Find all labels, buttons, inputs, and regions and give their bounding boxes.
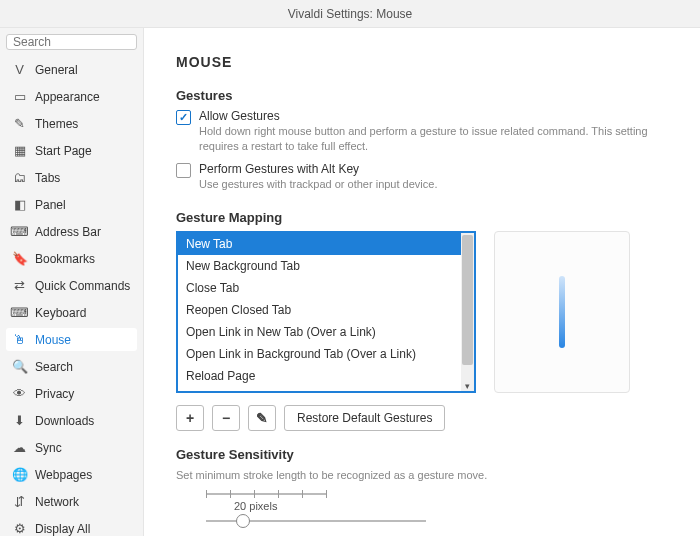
mapping-heading: Gesture Mapping xyxy=(176,210,668,225)
sensitivity-heading: Gesture Sensitivity xyxy=(176,447,668,462)
sidebar-item-mouse[interactable]: 🖱Mouse xyxy=(6,328,137,351)
search-icon: 🔍 xyxy=(12,359,27,374)
sidebar-item-label: Network xyxy=(35,495,79,509)
window-title: Vivaldi Settings: Mouse xyxy=(0,0,700,28)
general-icon: V xyxy=(12,62,27,77)
sidebar-item-privacy[interactable]: 👁Privacy xyxy=(6,382,137,405)
settings-nav: VGeneral▭Appearance✎Themes▦Start Page🗂Ta… xyxy=(6,58,137,536)
appearance-icon: ▭ xyxy=(12,89,27,104)
mouse-icon: 🖱 xyxy=(12,332,27,347)
alt-gestures-hint: Use gestures with trackpad or other inpu… xyxy=(199,177,437,192)
search-input[interactable] xyxy=(6,34,137,50)
sidebar-item-label: Address Bar xyxy=(35,225,101,239)
sidebar-item-label: Start Page xyxy=(35,144,92,158)
sidebar-item-general[interactable]: VGeneral xyxy=(6,58,137,81)
sidebar-item-display-all[interactable]: ⚙Display All xyxy=(6,517,137,536)
mapping-item[interactable]: Close Tab xyxy=(178,277,474,299)
gesture-mapping-list[interactable]: New TabNew Background TabClose TabReopen… xyxy=(176,231,476,393)
sidebar: VGeneral▭Appearance✎Themes▦Start Page🗂Ta… xyxy=(0,28,144,536)
quick-commands-icon: ⇄ xyxy=(12,278,27,293)
sidebar-item-label: Panel xyxy=(35,198,66,212)
sidebar-item-sync[interactable]: ☁Sync xyxy=(6,436,137,459)
sidebar-item-label: Webpages xyxy=(35,468,92,482)
sidebar-item-label: Display All xyxy=(35,522,90,536)
edit-gesture-button[interactable]: ✎ xyxy=(248,405,276,431)
gesture-stroke-icon xyxy=(559,276,565,348)
sidebar-item-label: Privacy xyxy=(35,387,74,401)
sync-icon: ☁ xyxy=(12,440,27,455)
allow-gestures-checkbox[interactable]: ✓ xyxy=(176,110,191,125)
sidebar-item-appearance[interactable]: ▭Appearance xyxy=(6,85,137,108)
sidebar-item-label: Appearance xyxy=(35,90,100,104)
gestures-heading: Gestures xyxy=(176,88,668,103)
sidebar-item-network[interactable]: ⇵Network xyxy=(6,490,137,513)
page-heading: MOUSE xyxy=(176,54,668,70)
slider-thumb[interactable] xyxy=(236,514,250,528)
webpages-icon: 🌐 xyxy=(12,467,27,482)
scroll-down-icon[interactable]: ▾ xyxy=(461,381,474,391)
bookmarks-icon: 🔖 xyxy=(12,251,27,266)
main-panel: MOUSE Gestures ✓ Allow Gestures Hold dow… xyxy=(144,28,700,536)
sidebar-item-downloads[interactable]: ⬇Downloads xyxy=(6,409,137,432)
remove-gesture-button[interactable]: − xyxy=(212,405,240,431)
privacy-icon: 👁 xyxy=(12,386,27,401)
downloads-icon: ⬇ xyxy=(12,413,27,428)
sidebar-item-tabs[interactable]: 🗂Tabs xyxy=(6,166,137,189)
mapping-item[interactable]: New Background Tab xyxy=(178,255,474,277)
add-gesture-button[interactable]: + xyxy=(176,405,204,431)
sidebar-item-label: Themes xyxy=(35,117,78,131)
display-all-icon: ⚙ xyxy=(12,521,27,536)
sidebar-item-themes[interactable]: ✎Themes xyxy=(6,112,137,135)
gesture-preview xyxy=(494,231,630,393)
panel-icon: ◧ xyxy=(12,197,27,212)
tabs-icon: 🗂 xyxy=(12,170,27,185)
mapping-item[interactable]: Open Link in New Tab (Over a Link) xyxy=(178,321,474,343)
sidebar-item-label: Mouse xyxy=(35,333,71,347)
allow-gestures-label: Allow Gestures xyxy=(199,109,668,123)
sidebar-item-keyboard[interactable]: ⌨Keyboard xyxy=(6,301,137,324)
mapping-item[interactable]: History Back xyxy=(178,387,474,393)
allow-gestures-hint: Hold down right mouse button and perform… xyxy=(199,124,668,154)
sidebar-item-label: Quick Commands xyxy=(35,279,130,293)
restore-gestures-button[interactable]: Restore Default Gestures xyxy=(284,405,445,431)
keyboard-icon: ⌨ xyxy=(12,305,27,320)
sensitivity-value: 20 pixels xyxy=(234,500,668,512)
sidebar-item-panel[interactable]: ◧Panel xyxy=(6,193,137,216)
mapping-item[interactable]: Reopen Closed Tab xyxy=(178,299,474,321)
sidebar-item-label: Tabs xyxy=(35,171,60,185)
sensitivity-hint: Set minimum stroke length to be recogniz… xyxy=(176,468,668,483)
slider-ticks xyxy=(206,490,326,498)
scrollbar[interactable]: ▴ ▾ xyxy=(461,233,474,391)
sidebar-item-bookmarks[interactable]: 🔖Bookmarks xyxy=(6,247,137,270)
sidebar-item-label: Downloads xyxy=(35,414,94,428)
start-page-icon: ▦ xyxy=(12,143,27,158)
sidebar-item-search[interactable]: 🔍Search xyxy=(6,355,137,378)
mapping-item[interactable]: New Tab xyxy=(178,233,474,255)
sidebar-item-start-page[interactable]: ▦Start Page xyxy=(6,139,137,162)
sidebar-item-address-bar[interactable]: ⌨Address Bar xyxy=(6,220,137,243)
alt-gestures-label: Perform Gestures with Alt Key xyxy=(199,162,437,176)
mapping-item[interactable]: Reload Page xyxy=(178,365,474,387)
sidebar-item-label: Keyboard xyxy=(35,306,86,320)
themes-icon: ✎ xyxy=(12,116,27,131)
sidebar-item-quick-commands[interactable]: ⇄Quick Commands xyxy=(6,274,137,297)
scroll-thumb[interactable] xyxy=(462,235,473,365)
alt-gestures-checkbox[interactable] xyxy=(176,163,191,178)
sidebar-item-label: General xyxy=(35,63,78,77)
sidebar-item-label: Bookmarks xyxy=(35,252,95,266)
mapping-item[interactable]: Open Link in Background Tab (Over a Link… xyxy=(178,343,474,365)
sidebar-item-label: Search xyxy=(35,360,73,374)
address-bar-icon: ⌨ xyxy=(12,224,27,239)
sidebar-item-webpages[interactable]: 🌐Webpages xyxy=(6,463,137,486)
network-icon: ⇵ xyxy=(12,494,27,509)
sensitivity-slider[interactable] xyxy=(206,514,426,528)
sidebar-item-label: Sync xyxy=(35,441,62,455)
